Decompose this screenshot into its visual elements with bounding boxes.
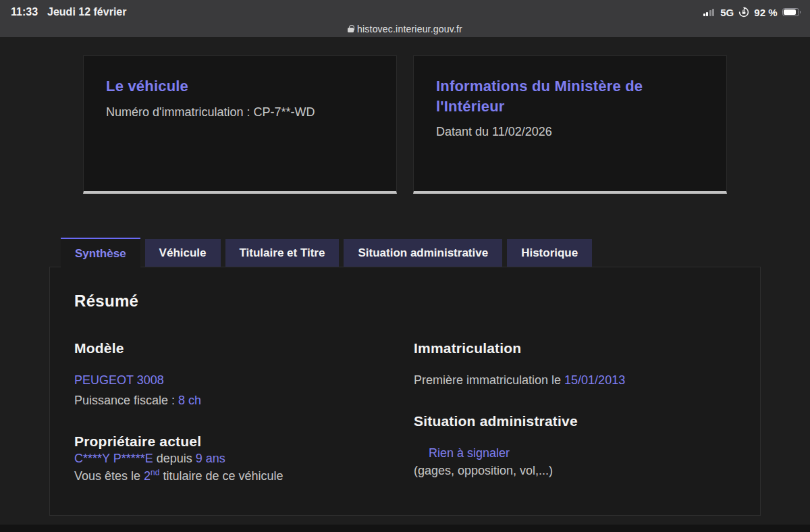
- safari-address-bar[interactable]: histovec.interieur.gouv.fr: [0, 20, 810, 37]
- admin-situation-heading: Situation administrative: [414, 413, 736, 429]
- clock: 11:33: [11, 6, 38, 18]
- current-owner-heading: Propriétaire actuel: [74, 433, 414, 450]
- resume-right-column: Immatriculation Première immatriculation…: [414, 340, 736, 485]
- battery-percent-label: 92 %: [754, 7, 777, 18]
- date-label: Jeudi 12 février: [47, 6, 126, 18]
- tab-vehicule[interactable]: Véhicule: [145, 239, 221, 267]
- tab-titulaire-et-titre[interactable]: Titulaire et Titre: [225, 239, 340, 267]
- vehicle-card-registration-number: Numéro d'immatriculation : CP-7**-WD: [106, 105, 374, 119]
- vehicle-card-title: Le véhicule: [106, 76, 374, 97]
- holder-rank-line: Vous êtes le 2nd titulaire de ce véhicul…: [74, 467, 414, 485]
- registration-heading: Immatriculation: [414, 340, 736, 356]
- first-registration-line: Première immatriculation le 15/01/2013: [414, 371, 736, 389]
- resume-columns: Modèle PEUGEOT 3008 Puissance fiscale : …: [74, 340, 736, 485]
- fiscal-power-line: Puissance fiscale : 8 ch: [74, 392, 414, 409]
- admin-status-line: Rien à signaler: [414, 444, 736, 462]
- ministry-card-title: Informations du Ministère de l'Intérieur: [436, 76, 704, 116]
- summary-cards-row: Le véhicule Numéro d'immatriculation : C…: [0, 37, 810, 194]
- cellular-signal-icon: [703, 9, 715, 16]
- resume-heading: Résumé: [74, 292, 736, 311]
- tab-bar: Synthèse Véhicule Titulaire et Titre Sit…: [49, 238, 761, 267]
- admin-status-note: (gages, opposition, vol,...): [414, 462, 736, 479]
- battery-icon: [782, 8, 801, 16]
- ministry-card-date: Datant du 11/02/2026: [436, 125, 704, 139]
- synthese-tab-panel: Résumé Modèle PEUGEOT 3008 Puissance fis…: [49, 267, 761, 516]
- tab-situation-administrative[interactable]: Situation administrative: [344, 239, 502, 267]
- ministry-info-card: Informations du Ministère de l'Intérieur…: [413, 55, 727, 194]
- resume-left-column: Modèle PEUGEOT 3008 Puissance fiscale : …: [74, 340, 414, 485]
- status-bar: 11:33 Jeudi 12 février 5G 92 %: [0, 0, 810, 20]
- histovec-report-page: Le véhicule Numéro d'immatriculation : C…: [0, 37, 810, 525]
- model-name: PEUGEOT 3008: [74, 371, 414, 389]
- ordinal-superscript: nd: [151, 468, 159, 477]
- tabs-section: Synthèse Véhicule Titulaire et Titre Sit…: [49, 194, 761, 516]
- lock-icon: [348, 25, 354, 32]
- url-text: histovec.interieur.gouv.fr: [357, 24, 462, 34]
- owner-since-line: C****Y P*****E depuis 9 ans: [74, 450, 414, 467]
- orientation-lock-icon: [738, 7, 749, 18]
- model-heading: Modèle: [74, 340, 414, 356]
- page-bottom-strip: [0, 525, 810, 532]
- ios-top-bar: 11:33 Jeudi 12 février 5G 92 % histovec.…: [0, 0, 810, 37]
- tab-synthese[interactable]: Synthèse: [61, 238, 140, 268]
- network-type-label: 5G: [720, 7, 734, 18]
- tab-historique[interactable]: Historique: [507, 239, 592, 267]
- vehicle-card: Le véhicule Numéro d'immatriculation : C…: [83, 55, 397, 194]
